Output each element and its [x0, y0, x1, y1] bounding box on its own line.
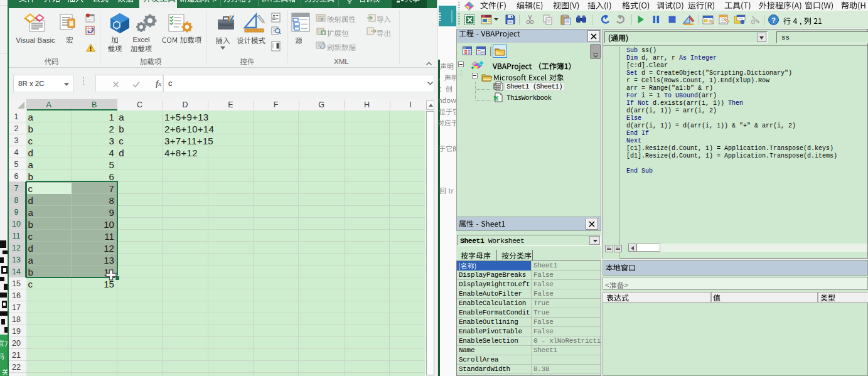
svg-text:?: ? — [771, 16, 776, 24]
